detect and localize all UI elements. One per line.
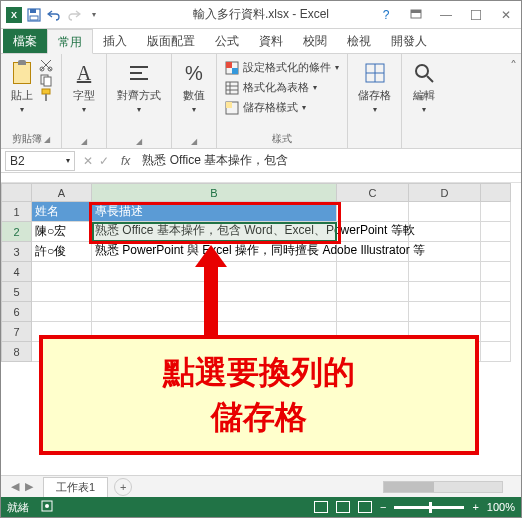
format-painter-icon[interactable] [39, 88, 55, 102]
name-box-dropdown-icon[interactable]: ▾ [66, 156, 70, 165]
status-bar: 就緒 − + 100% [1, 497, 521, 517]
cond-format-icon [225, 61, 239, 75]
callout-line1: 點選要換列的 [163, 354, 355, 390]
cell-a5[interactable] [32, 282, 92, 302]
tab-home[interactable]: 常用 [47, 29, 93, 54]
name-box[interactable]: B2▾ [5, 151, 75, 171]
row-header-3[interactable]: 3 [2, 242, 32, 262]
tab-review[interactable]: 校閱 [293, 29, 337, 53]
select-all-corner[interactable] [2, 184, 32, 202]
row-header-5[interactable]: 5 [2, 282, 32, 302]
col-header-b[interactable]: B [92, 184, 337, 202]
sheet-nav-next-icon[interactable]: ▶ [25, 480, 33, 493]
save-icon[interactable] [25, 6, 43, 24]
maximize-icon[interactable] [461, 3, 491, 27]
cell-e3[interactable] [481, 242, 511, 262]
col-header-e[interactable] [481, 184, 511, 202]
tab-file[interactable]: 檔案 [3, 29, 47, 53]
ribbon-display-icon[interactable] [401, 3, 431, 27]
col-header-a[interactable]: A [32, 184, 92, 202]
row-header-8[interactable]: 8 [2, 342, 32, 362]
zoom-slider[interactable] [394, 506, 464, 509]
sheet-nav-prev-icon[interactable]: ◀ [11, 480, 19, 493]
cancel-formula-icon[interactable]: ✕ [83, 154, 93, 168]
tab-formulas[interactable]: 公式 [205, 29, 249, 53]
cell-c3[interactable] [337, 242, 409, 262]
new-sheet-button[interactable]: + [114, 478, 132, 496]
redo-icon[interactable] [65, 6, 83, 24]
zoom-level[interactable]: 100% [487, 501, 515, 513]
zoom-out-icon[interactable]: − [380, 501, 386, 513]
editing-button[interactable]: 編輯▾ [408, 58, 440, 116]
cell-b2[interactable]: 熟悉 Office 基本操作，包含 Word、Excel、PowerPoint … [92, 222, 337, 242]
name-box-value: B2 [10, 154, 25, 168]
annotation-callout: 點選要換列的儲存格 [39, 335, 479, 455]
horizontal-scrollbar[interactable] [383, 481, 503, 493]
row-header-1[interactable]: 1 [2, 202, 32, 222]
cell-a4[interactable] [32, 262, 92, 282]
qat-dropdown-icon[interactable]: ▾ [85, 6, 103, 24]
clipboard-launcher-icon[interactable]: ◢ [44, 135, 50, 144]
font-launcher-icon[interactable]: ◢ [81, 137, 87, 146]
align-launcher-icon[interactable]: ◢ [136, 137, 142, 146]
cell-c2[interactable] [337, 222, 409, 242]
cells-icon [363, 60, 387, 86]
fx-icon[interactable]: fx [117, 154, 134, 168]
format-as-table-button[interactable]: 格式化為表格 ▾ [225, 80, 339, 95]
help-icon[interactable]: ? [371, 3, 401, 27]
group-editing: 編輯▾ [402, 54, 446, 148]
cell-e2[interactable] [481, 222, 511, 242]
normal-view-icon[interactable] [314, 501, 328, 513]
copy-icon[interactable] [39, 73, 55, 87]
tab-layout[interactable]: 版面配置 [137, 29, 205, 53]
tab-view[interactable]: 檢視 [337, 29, 381, 53]
sheet-tab-1[interactable]: 工作表1 [43, 477, 108, 497]
cell-styles-button[interactable]: 儲存格樣式 ▾ [225, 100, 339, 115]
zoom-in-icon[interactable]: + [472, 501, 478, 513]
cell-d3[interactable] [409, 242, 481, 262]
tab-developer[interactable]: 開發人 [381, 29, 437, 53]
svg-rect-5 [471, 10, 481, 20]
col-header-c[interactable]: C [337, 184, 409, 202]
font-button[interactable]: A 字型▾ [68, 58, 100, 116]
cell-d2[interactable] [409, 222, 481, 242]
cells-button[interactable]: 儲存格▾ [354, 58, 395, 116]
enter-formula-icon[interactable]: ✓ [99, 154, 109, 168]
cell-b1[interactable]: 專長描述 [92, 202, 337, 222]
row-header-7[interactable]: 7 [2, 322, 32, 342]
tab-data[interactable]: 資料 [249, 29, 293, 53]
conditional-formatting-button[interactable]: 設定格式化的條件 ▾ [225, 60, 339, 75]
cell-d1[interactable] [409, 202, 481, 222]
alignment-button[interactable]: 對齊方式▾ [113, 58, 165, 116]
svg-rect-4 [411, 10, 421, 13]
macro-record-icon[interactable] [41, 500, 53, 514]
page-layout-view-icon[interactable] [336, 501, 350, 513]
col-header-d[interactable]: D [409, 184, 481, 202]
status-ready: 就緒 [7, 500, 29, 515]
formula-input[interactable] [138, 151, 517, 171]
undo-icon[interactable] [45, 6, 63, 24]
minimize-icon[interactable]: — [431, 3, 461, 27]
page-break-view-icon[interactable] [358, 501, 372, 513]
cell-a1[interactable]: 姓名 [32, 202, 92, 222]
row-header-6[interactable]: 6 [2, 302, 32, 322]
cell-a6[interactable] [32, 302, 92, 322]
tab-insert[interactable]: 插入 [93, 29, 137, 53]
number-launcher-icon[interactable]: ◢ [191, 137, 197, 146]
title-app: Excel [300, 7, 329, 21]
ribbon-tabs: 檔案 常用 插入 版面配置 公式 資料 校閱 檢視 開發人 [1, 29, 521, 54]
paste-button[interactable]: 貼上 ▾ [7, 58, 37, 116]
cut-icon[interactable] [39, 58, 55, 72]
svg-point-27 [416, 65, 428, 77]
collapse-ribbon-icon[interactable]: ˄ [506, 54, 521, 148]
row-header-4[interactable]: 4 [2, 262, 32, 282]
row-header-2[interactable]: 2 [2, 222, 32, 242]
cell-c1[interactable] [337, 202, 409, 222]
worksheet-grid[interactable]: A B C D 1 姓名 專長描述 2 陳○宏 熟悉 Office 基本操作，包… [1, 183, 521, 463]
close-icon[interactable]: ✕ [491, 3, 521, 27]
cell-a2[interactable]: 陳○宏 [32, 222, 92, 242]
cells-label: 儲存格 [358, 88, 391, 103]
number-button[interactable]: % 數值▾ [178, 58, 210, 116]
cell-a3[interactable]: 許○俊 [32, 242, 92, 262]
cell-e1[interactable] [481, 202, 511, 222]
